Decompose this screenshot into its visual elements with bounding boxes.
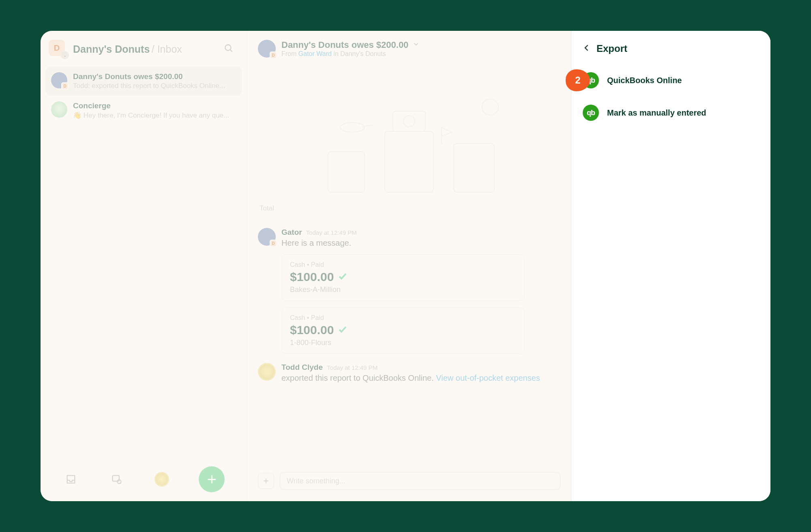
svg-rect-8 [328,152,365,192]
svg-line-1 [230,50,232,52]
expense-meta: Cash • Paid [290,314,516,322]
search-icon[interactable] [223,43,234,55]
workspace-mini-icon: D [270,51,277,59]
message-author: Gator [281,228,302,237]
message-time: Today at 12:49 PM [306,229,357,236]
svg-rect-9 [454,144,494,192]
chat-preview: Todd: exported this report to QuickBooks… [73,82,225,90]
export-panel: Export 2 qb QuickBooks Online qb Mark as… [571,31,770,501]
composer-input[interactable] [280,472,560,490]
svg-point-12 [482,99,498,115]
sidebar-header: D ⌄ Danny's Donuts / Inbox [45,40,242,66]
new-action-button[interactable]: + [199,466,225,492]
check-icon [338,271,348,283]
message-avatar: D [258,228,276,246]
export-option-quickbooks[interactable]: 2 qb QuickBooks Online [571,64,770,97]
inbox-icon[interactable] [63,471,79,487]
chat-item[interactable]: Concierge 👋 Hey there, I'm Concierge! If… [45,96,242,125]
chat-avatar: D [51,72,67,88]
step-marker: 2 [566,69,590,91]
concierge-avatar [51,101,67,118]
chevron-down-icon[interactable] [412,41,420,49]
chat-title: Danny's Donuts owes $200.00 [73,72,225,81]
view-expenses-link[interactable]: View out-of-pocket expenses [436,373,540,382]
chat-preview: 👋 Hey there, I'm Concierge! If you have … [73,111,229,120]
expense-card[interactable]: Cash • Paid $100.00 1-800-Flours [281,307,525,354]
svg-point-7 [403,116,415,127]
expense-amount: $100.00 [290,323,334,337]
export-option-label: QuickBooks Online [607,76,682,85]
search-receipts-icon[interactable] [109,471,125,487]
workspace-view: Inbox [157,43,182,55]
chevron-down-icon[interactable]: ⌄ [61,51,69,59]
wallet-icon[interactable] [154,472,169,487]
chat-title: Concierge [73,101,229,110]
expense-card[interactable]: Cash • Paid $100.00 Bakes-A-Million [281,254,525,301]
quickbooks-icon: qb [583,105,599,121]
chat-list: D Danny's Donuts owes $200.00 Todd: expo… [45,66,242,459]
message-author: Todd Clyde [281,363,323,372]
export-option-label: Mark as manually entered [607,108,706,118]
svg-point-10 [340,122,365,132]
composer: + [247,465,571,501]
thread-body: Total D Gator Today at 12:49 PM Here is … [247,66,571,465]
thread-from: From Gator Ward in Danny's Donuts [281,50,420,58]
app-frame: D ⌄ Danny's Donuts / Inbox D Danny's Don… [41,31,770,501]
workspace-mini-icon: D [61,82,69,90]
author-link[interactable]: Gator Ward [298,50,332,57]
thread-title: Danny's Donuts owes $200.00 [281,40,408,50]
panel-header: Export [571,31,770,64]
expense-vendor: 1-800-Flours [290,339,516,347]
panel-title: Export [596,43,627,54]
message-time: Today at 12:49 PM [327,364,378,371]
workspace-name: Danny's Donuts [73,43,150,55]
main-pane: D Danny's Donuts owes $200.00 From Gator… [247,31,571,501]
svg-rect-5 [385,131,433,192]
back-button[interactable] [583,44,591,54]
main-header: D Danny's Donuts owes $200.00 From Gator… [247,31,571,66]
message-body: Here is a message. [281,238,560,248]
message: Todd Clyde Today at 12:49 PM exported th… [258,363,560,383]
svg-line-4 [120,483,121,483]
attachment-button[interactable]: + [258,473,274,489]
expense-amount: $100.00 [290,270,334,284]
message-body: exported this report to QuickBooks Onlin… [281,373,560,383]
check-icon [338,324,348,336]
thread-avatar: D [258,40,276,58]
sidebar: D ⌄ Danny's Donuts / Inbox D Danny's Don… [41,31,247,501]
workspace-mini-icon: D [270,240,277,247]
svg-point-0 [225,45,231,50]
system-avatar [258,363,276,381]
chat-item[interactable]: D Danny's Donuts owes $200.00 Todd: expo… [45,66,242,96]
expense-vendor: Bakes-A-Million [290,285,516,294]
workspace-avatar[interactable]: D ⌄ [49,40,67,58]
svg-rect-6 [393,111,425,131]
bottom-nav: + [45,459,242,496]
total-label: Total [258,204,560,212]
expense-meta: Cash • Paid [290,261,516,268]
message: D Gator Today at 12:49 PM Here is a mess… [258,228,560,354]
empty-illustration [258,75,560,204]
export-option-manual[interactable]: qb Mark as manually entered [571,97,770,129]
